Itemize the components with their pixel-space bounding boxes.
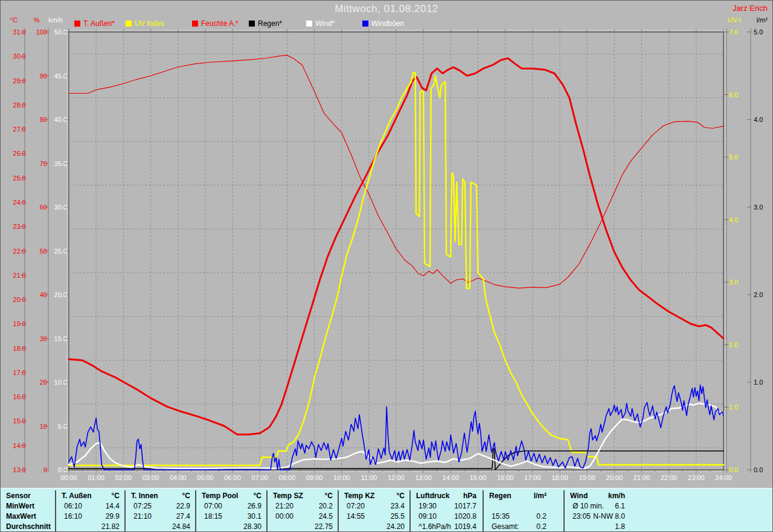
- table-cell: 09:101020.8: [409, 511, 483, 521]
- sensor-value: 24.20: [386, 522, 405, 531]
- table-cell: T. Innen°C: [124, 490, 195, 501]
- sensor-name: Wind: [565, 492, 588, 500]
- sensor-time: 21:20: [268, 502, 293, 510]
- legend-item: UV Index: [126, 19, 164, 28]
- y-tick-label-km/h: 45.0: [31, 72, 67, 80]
- sensor-time: 16:10: [56, 512, 82, 521]
- table-cell: 07:2023.4: [338, 501, 409, 511]
- y-tick-label-°C: 26.0: [0, 150, 26, 157]
- sensor-time: 07:00: [196, 502, 222, 510]
- table-row-label: Sensor: [1, 490, 55, 501]
- y-tick-label-l/m²: 1.0: [754, 379, 773, 386]
- table-cell: 19:301017.7: [409, 501, 483, 511]
- sensor-value: 14.4: [106, 502, 120, 510]
- sensor-time: Ø 10 min.: [565, 502, 604, 510]
- legend-item: Wind*: [306, 19, 335, 28]
- sensor-time: 07:20: [339, 502, 365, 510]
- sensor-value: 24.5: [319, 512, 333, 521]
- sensor-summary-table: SensorT. Außen°CT. Innen°CTemp Pool°CTem…: [1, 488, 773, 532]
- sensor-value: 23.4: [391, 502, 405, 510]
- sensor-value: 0.2: [536, 522, 547, 531]
- sensor-time: 19:30: [411, 502, 437, 510]
- sensor-time: 18:15: [196, 512, 222, 521]
- table-cell: 14:5525.5: [338, 511, 409, 521]
- sensor-name: T. Außen: [56, 492, 92, 500]
- y-tick-label-UV-I: 4.0: [729, 216, 765, 223]
- y-tick-label-°C: 14.0: [0, 442, 26, 449]
- legend-label: UV Index: [135, 19, 164, 28]
- y-tick-label-°C: 21.0: [0, 272, 26, 279]
- y-tick-label-UV-I: 6.0: [729, 91, 765, 98]
- legend-swatch-icon: [249, 21, 255, 27]
- y-tick-label-°C: 19.0: [0, 320, 26, 327]
- sensor-value: 26.9: [248, 502, 261, 510]
- y-tick-label-l/m²: 4.0: [754, 116, 773, 123]
- sensor-value: 22.9: [176, 502, 190, 510]
- sensor-time: 21:10: [126, 512, 152, 521]
- sensor-time: 15:35: [484, 512, 510, 521]
- table-cell: 06:1014.4: [55, 501, 124, 511]
- table-cell: ^1.6hPa/h1019.4: [409, 521, 483, 531]
- legend-swatch-icon: [74, 21, 80, 27]
- sensor-value: 27.4: [176, 512, 190, 521]
- legend-label: T. Außen*: [83, 19, 115, 28]
- weather-app-window: { "window": { "title": "Mittwoch, 01.08.…: [0, 0, 773, 532]
- sensor-value: 20.2: [319, 502, 333, 510]
- x-tick-label: 24:00: [705, 474, 742, 481]
- y-tick-label-km/h: 25.0: [31, 248, 67, 255]
- sensor-value: 24.84: [172, 522, 190, 531]
- y-axis-unit: km/h: [37, 16, 74, 24]
- table-cell: 24.84: [124, 521, 195, 531]
- y-tick-label-°C: 17.0: [0, 369, 26, 376]
- sensor-value: 1020.8: [454, 512, 476, 521]
- y-tick-label-l/m²: 2.0: [754, 291, 773, 298]
- sensor-time: 06:10: [56, 502, 82, 510]
- legend-item: T. Außen*: [74, 19, 115, 28]
- table-cell: 21:2020.2: [266, 501, 338, 511]
- y-tick-label-°C: 18.0: [0, 345, 26, 352]
- y-tick-label-km/h: 15.0: [31, 335, 67, 342]
- sensor-unit: hPa: [463, 492, 476, 500]
- y-tick-label-km/h: 30.0: [31, 204, 67, 211]
- sensor-value: 6.1: [615, 502, 625, 510]
- sensor-value: 25.5: [391, 512, 405, 521]
- sensor-value: 1017.7: [454, 502, 476, 510]
- sensor-value: 28.30: [243, 522, 261, 531]
- table-cell: Gesamt:0.2: [483, 521, 563, 531]
- table-cell: 28.30: [195, 521, 266, 531]
- legend-label: Windböen: [371, 19, 404, 28]
- table-row-label-text: MaxWert: [1, 512, 36, 521]
- y-tick-label-°C: 30.0: [0, 53, 26, 60]
- table-cell: 1.8: [563, 521, 773, 531]
- table-cell: 24.20: [338, 521, 409, 531]
- table-cell: 23:05N-NW 8.0: [563, 511, 773, 521]
- table-cell: T. Außen°C: [55, 490, 124, 501]
- sensor-time: Gesamt:: [484, 522, 519, 531]
- sensor-value: 21.82: [101, 522, 120, 531]
- table-cell: 22.75: [266, 521, 338, 531]
- table-cell: 18:1530.1: [195, 511, 266, 521]
- legend-swatch-icon: [192, 21, 198, 27]
- sensor-name: Luftdruck: [411, 492, 449, 500]
- legend-item: Windböen: [362, 19, 404, 28]
- table-cell: 21.82: [55, 521, 124, 531]
- table-cell: [483, 501, 563, 511]
- y-tick-label-km/h: 10.0: [31, 379, 67, 386]
- legend-label: Feuchte A.*: [201, 19, 239, 28]
- y-tick-label-km/h: 40.0: [31, 116, 67, 123]
- table-cell: 21:1027.4: [124, 511, 195, 521]
- y-tick-label-UV-I: 3.0: [729, 278, 765, 286]
- sensor-time: 23:05: [565, 512, 591, 521]
- table-cell: Temp SZ°C: [266, 490, 338, 501]
- table-cell: Temp Pool°C: [195, 490, 266, 501]
- table-row-label: Durchschnitt: [1, 521, 55, 531]
- y-tick-label-l/m²: 3.0: [754, 204, 773, 211]
- table-cell: Ø 10 min.6.1: [563, 501, 773, 511]
- y-tick-label-UV-I: 2.0: [729, 341, 765, 348]
- table-cell: 16:1029.9: [55, 511, 124, 521]
- table-row-label-text: Sensor: [1, 492, 31, 500]
- sensor-time: 09:10: [411, 512, 437, 521]
- y-tick-label-°C: 27.0: [0, 126, 26, 133]
- weather-chart: [1, 1, 773, 488]
- legend-label: Wind*: [315, 19, 335, 28]
